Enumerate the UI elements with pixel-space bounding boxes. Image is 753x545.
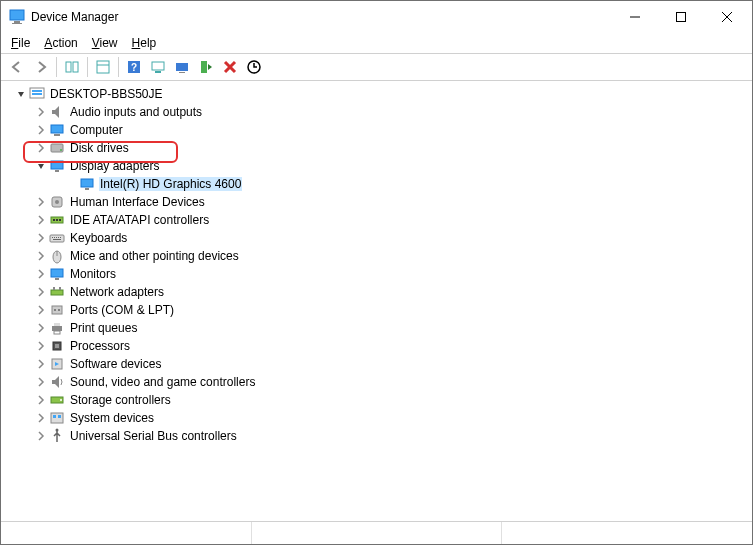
svg-rect-52 xyxy=(52,306,62,314)
show-hide-console-button[interactable] xyxy=(60,55,84,79)
chevron-right-icon[interactable] xyxy=(33,428,49,444)
tree-root[interactable]: DESKTOP-BBS50JE xyxy=(5,85,752,103)
ide-icon xyxy=(49,212,65,228)
tree-item[interactable]: Display adapters xyxy=(5,157,752,175)
tree-view[interactable]: DESKTOP-BBS50JEAudio inputs and outputsC… xyxy=(1,81,752,522)
tree-item[interactable]: IDE ATA/ATAPI controllers xyxy=(5,211,752,229)
chevron-right-icon[interactable] xyxy=(33,212,49,228)
toolbar-separator xyxy=(118,57,119,77)
scan-hardware-button[interactable] xyxy=(242,55,266,79)
svg-rect-40 xyxy=(54,237,55,238)
maximize-button[interactable] xyxy=(658,2,704,32)
tree-item-label: IDE ATA/ATAPI controllers xyxy=(69,213,210,227)
chevron-down-icon[interactable] xyxy=(13,86,29,102)
audio-icon xyxy=(49,104,65,120)
update-driver-button[interactable] xyxy=(170,55,194,79)
minimize-button[interactable] xyxy=(612,2,658,32)
enable-device-button[interactable] xyxy=(194,55,218,79)
tree-item[interactable]: Human Interface Devices xyxy=(5,193,752,211)
status-cell xyxy=(502,522,752,544)
svg-rect-9 xyxy=(97,61,109,73)
tree-item-label: Mice and other pointing devices xyxy=(69,249,240,263)
tree-item[interactable]: Universal Serial Bus controllers xyxy=(5,427,752,445)
svg-point-62 xyxy=(60,399,62,401)
chevron-right-icon[interactable] xyxy=(33,356,49,372)
mouse-icon xyxy=(49,248,65,264)
chevron-right-icon[interactable] xyxy=(33,230,49,246)
scan-button[interactable] xyxy=(146,55,170,79)
computer-icon xyxy=(29,86,45,102)
menu-action[interactable]: Action xyxy=(38,34,83,52)
svg-rect-57 xyxy=(54,331,60,334)
tree-spacer xyxy=(63,176,79,192)
monitor-icon xyxy=(49,266,65,282)
svg-rect-23 xyxy=(32,93,42,95)
menu-file[interactable]: File xyxy=(5,34,36,52)
uninstall-device-button[interactable] xyxy=(218,55,242,79)
menu-view[interactable]: View xyxy=(86,34,124,52)
app-icon xyxy=(9,9,25,25)
svg-rect-1 xyxy=(14,21,20,23)
chevron-right-icon[interactable] xyxy=(33,320,49,336)
chevron-right-icon[interactable] xyxy=(33,248,49,264)
tree-item-label: Sound, video and game controllers xyxy=(69,375,256,389)
chevron-right-icon[interactable] xyxy=(33,194,49,210)
svg-rect-55 xyxy=(52,326,62,331)
status-cell xyxy=(252,522,503,544)
svg-text:?: ? xyxy=(131,62,137,73)
tree-item[interactable]: Print queues xyxy=(5,319,752,337)
chevron-right-icon[interactable] xyxy=(33,392,49,408)
chevron-right-icon[interactable] xyxy=(33,104,49,120)
tree-item[interactable]: Network adapters xyxy=(5,283,752,301)
tree-item[interactable]: Sound, video and game controllers xyxy=(5,373,752,391)
chevron-right-icon[interactable] xyxy=(33,140,49,156)
svg-rect-65 xyxy=(58,415,61,418)
tree-item[interactable]: Storage controllers xyxy=(5,391,752,409)
svg-rect-63 xyxy=(51,413,63,423)
tree-item-label: Audio inputs and outputs xyxy=(69,105,203,119)
svg-point-27 xyxy=(60,149,62,151)
tree-item[interactable]: Software devices xyxy=(5,355,752,373)
help-button[interactable]: ? xyxy=(122,55,146,79)
tree-item[interactable]: Audio inputs and outputs xyxy=(5,103,752,121)
menu-help[interactable]: Help xyxy=(126,34,163,52)
svg-point-54 xyxy=(58,309,60,311)
tree-item[interactable]: Mice and other pointing devices xyxy=(5,247,752,265)
chevron-right-icon[interactable] xyxy=(33,302,49,318)
chevron-right-icon[interactable] xyxy=(33,374,49,390)
tree-item[interactable]: Disk drives xyxy=(5,139,752,157)
svg-rect-56 xyxy=(54,323,60,326)
svg-rect-29 xyxy=(55,170,59,172)
svg-rect-8 xyxy=(73,62,78,72)
computer-icon xyxy=(49,122,65,138)
titlebar: Device Manager xyxy=(1,1,752,33)
tree-item-label: Processors xyxy=(69,339,131,353)
chevron-right-icon[interactable] xyxy=(33,410,49,426)
back-button[interactable] xyxy=(5,55,29,79)
tree-item[interactable]: Monitors xyxy=(5,265,752,283)
svg-rect-22 xyxy=(32,90,42,92)
properties-button[interactable] xyxy=(91,55,115,79)
close-button[interactable] xyxy=(704,2,750,32)
svg-point-33 xyxy=(55,200,59,204)
svg-rect-24 xyxy=(51,125,63,133)
tree-item[interactable]: Processors xyxy=(5,337,752,355)
svg-rect-17 xyxy=(201,61,207,73)
forward-button[interactable] xyxy=(29,55,53,79)
system-icon xyxy=(49,410,65,426)
tree-item[interactable]: System devices xyxy=(5,409,752,427)
chevron-right-icon[interactable] xyxy=(33,338,49,354)
chevron-down-icon[interactable] xyxy=(33,158,49,174)
tree-item[interactable]: Ports (COM & LPT) xyxy=(5,301,752,319)
network-icon xyxy=(49,284,65,300)
tree-child-item[interactable]: Intel(R) HD Graphics 4600 xyxy=(5,175,752,193)
chevron-right-icon[interactable] xyxy=(33,266,49,282)
chevron-right-icon[interactable] xyxy=(33,122,49,138)
tree-item-label: System devices xyxy=(69,411,155,425)
chevron-right-icon[interactable] xyxy=(33,284,49,300)
tree-item[interactable]: Keyboards xyxy=(5,229,752,247)
svg-rect-15 xyxy=(176,63,188,71)
svg-rect-0 xyxy=(10,10,24,20)
tree-item-label: Computer xyxy=(69,123,124,137)
tree-item[interactable]: Computer xyxy=(5,121,752,139)
